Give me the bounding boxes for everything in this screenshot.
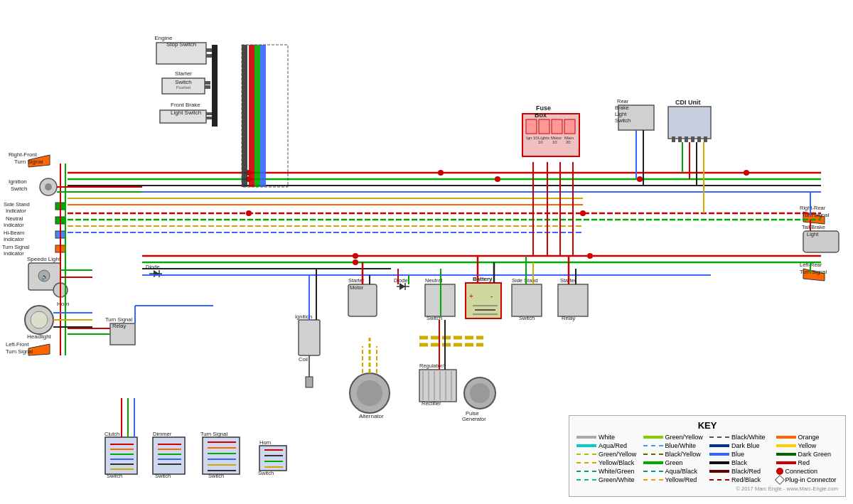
key-item-aqua-red: Aqua/Red [576, 442, 639, 449]
svg-rect-65 [552, 119, 562, 134]
svg-text:Turn Signal: Turn Signal [105, 316, 132, 323]
svg-text:Turn Signal: Turn Signal [200, 431, 227, 437]
svg-rect-245 [254, 45, 260, 187]
svg-rect-144 [153, 437, 185, 474]
key-item-green-yellow: Green/Yellow [643, 434, 706, 441]
svg-text:Box: Box [535, 112, 547, 119]
key-item-green: Green [643, 459, 706, 466]
svg-text:Alternator: Alternator [359, 413, 384, 419]
svg-text:🔊: 🔊 [41, 273, 48, 280]
svg-rect-84 [691, 136, 694, 142]
svg-text:Light: Light [615, 111, 627, 117]
svg-point-194 [744, 170, 749, 176]
svg-text:Right-Front: Right-Front [9, 151, 38, 158]
key-item-black: Black [709, 459, 772, 466]
svg-point-21 [45, 183, 52, 191]
svg-text:-: - [490, 292, 493, 300]
svg-point-188 [246, 210, 252, 216]
svg-point-190 [438, 170, 444, 176]
svg-text:+: + [469, 292, 473, 300]
svg-point-43 [31, 311, 48, 328]
svg-text:Rear: Rear [617, 98, 629, 104]
svg-text:Rectifier: Rectifier [422, 400, 441, 407]
copyright-text: © 2017 Marc Engle - www.Marc-Engle.com [576, 486, 838, 492]
svg-text:Indicator: Indicator [4, 222, 24, 228]
key-item-blue-white: Blue/White [643, 442, 706, 449]
key-item-orange: Orange [776, 434, 839, 441]
svg-text:Indicator: Indicator [6, 208, 26, 214]
svg-text:Coil: Coil [299, 356, 308, 363]
svg-rect-82 [678, 136, 682, 142]
svg-text:Tail/Brake: Tail/Brake [802, 224, 825, 230]
svg-text:10: 10 [552, 140, 557, 144]
svg-text:Diode: Diode [394, 277, 408, 284]
svg-text:Pushed: Pushed [176, 85, 191, 90]
svg-rect-15 [206, 112, 212, 115]
svg-text:Motor: Motor [350, 284, 364, 291]
svg-text:Switch: Switch [107, 473, 122, 479]
svg-rect-16 [206, 117, 212, 119]
svg-rect-66 [564, 119, 575, 134]
svg-point-193 [637, 176, 643, 182]
key-item-yellow: Yellow [776, 442, 839, 449]
key-grid: White Green/Yellow Black/White Orange Aq… [576, 434, 838, 483]
svg-text:Relay: Relay [112, 323, 126, 329]
key-item-aqua-black: Aqua/Black [643, 468, 706, 475]
svg-rect-10 [205, 81, 210, 85]
svg-rect-59 [306, 377, 313, 387]
svg-text:Headlight: Headlight [27, 333, 52, 340]
svg-rect-244 [249, 45, 254, 187]
svg-text:CDI Unit: CDI Unit [675, 99, 701, 106]
svg-rect-81 [672, 136, 675, 142]
key-item-connection: Connection [776, 468, 839, 475]
key-item-green-white: Green/White [576, 476, 639, 483]
svg-rect-64 [539, 119, 549, 134]
svg-text:Switch: Switch [258, 470, 274, 476]
key-item-black-white: Black/White [709, 434, 772, 441]
svg-text:Starter: Starter [175, 70, 192, 77]
key-item-yellow-red: Yellow/Red [643, 476, 706, 483]
key-item-red: Red [776, 459, 839, 466]
svg-text:Clutch: Clutch [104, 431, 119, 437]
svg-rect-63 [526, 119, 537, 134]
svg-text:Ignition: Ignition [9, 178, 27, 185]
svg-text:Side Stand: Side Stand [512, 277, 538, 284]
key-item-green-yellow2: Green/Yellow [576, 451, 639, 458]
key-item-white: White [576, 434, 639, 441]
svg-text:Left-Front: Left-Front [6, 341, 29, 348]
svg-text:Ign 10: Ign 10 [526, 136, 538, 140]
svg-text:Neutral: Neutral [6, 215, 23, 222]
svg-rect-243 [242, 45, 247, 187]
svg-rect-4 [206, 48, 212, 52]
key-item-black-yellow: Black/Yellow [643, 451, 706, 458]
svg-text:Front Brake: Front Brake [171, 102, 200, 108]
svg-text:Turn Signal: Turn Signal [6, 348, 33, 355]
svg-text:Switch: Switch [155, 473, 171, 479]
key-item-white-green: White/Green [576, 468, 639, 475]
svg-point-197 [587, 253, 593, 259]
svg-rect-85 [697, 136, 701, 142]
svg-point-189 [353, 253, 358, 259]
svg-rect-113 [512, 284, 542, 316]
svg-text:Indicator: Indicator [4, 236, 24, 242]
svg-text:Switch: Switch [175, 79, 192, 85]
svg-rect-122 [419, 370, 456, 402]
svg-point-192 [580, 210, 586, 216]
svg-rect-11 [205, 85, 210, 89]
svg-text:Generator: Generator [462, 416, 486, 422]
svg-text:Light Switch: Light Switch [171, 109, 201, 116]
key-item-plug-connector: Plug-in Connector [776, 476, 839, 483]
key-item-red-black: Red/Black [709, 476, 772, 483]
svg-rect-86 [704, 136, 707, 142]
key-item-yellow-black: Yellow/Black [576, 459, 639, 466]
key-box: KEY White Green/Yellow Black/White Orang… [569, 415, 846, 497]
svg-text:Turn Signal: Turn Signal [2, 244, 29, 250]
svg-point-191 [495, 176, 500, 182]
svg-text:Horn: Horn [57, 301, 69, 307]
svg-text:10: 10 [538, 140, 543, 144]
key-item-dark-blue: Dark Blue [709, 442, 772, 449]
svg-text:Relay: Relay [562, 315, 575, 321]
svg-text:Side Stand: Side Stand [4, 201, 30, 208]
diagram-container: 1993–2009 Honda XR650L Engine Stop Switc… [0, 0, 853, 504]
svg-rect-55 [299, 320, 320, 355]
